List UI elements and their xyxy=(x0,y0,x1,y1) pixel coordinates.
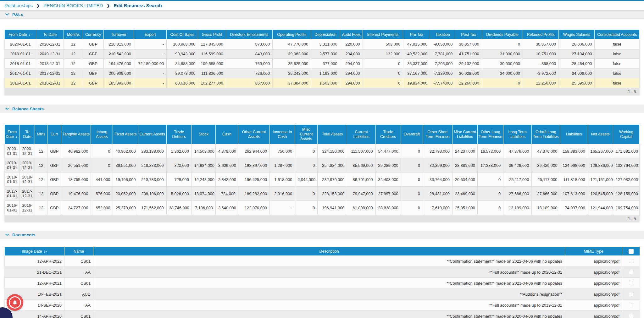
column-header-misc-current-liabilities[interactable]: Misc Current Liabilities xyxy=(452,125,477,144)
column-header-dividends-payable[interactable]: Dividends Payable xyxy=(482,30,523,39)
column-header-turnover[interactable]: Turnover xyxy=(103,30,134,39)
table-row[interactable]: 2017-01-012017-12-3112GBP200,909,000-89,… xyxy=(5,69,640,78)
column-header-current-liabilities[interactable]: Current Liabilities xyxy=(347,125,375,144)
column-header-months[interactable]: Months xyxy=(64,30,83,39)
table-row[interactable]: 12-APR-2022CS01**Confirmation statement*… xyxy=(5,256,640,267)
row-checkbox[interactable] xyxy=(629,314,633,318)
column-header-trade-creditors[interactable]: Trade Creditors xyxy=(375,125,401,144)
column-header-gross-profit[interactable]: Gross Profit xyxy=(198,30,226,39)
table-cell: application/pdf xyxy=(565,256,622,267)
table-cell: 7,619,000 xyxy=(423,201,452,215)
table-cell: 16,572,000 xyxy=(478,144,503,158)
column-header-fixed-assets[interactable]: Fixed Assets xyxy=(113,125,138,144)
table-cell: 24,727,000 xyxy=(61,201,91,215)
breadcrumb-relationships[interactable]: Relationships xyxy=(4,3,33,8)
table-row[interactable]: 2018-01-012018-12-3112GBP18,755,000441,0… xyxy=(5,173,640,187)
table-cell: 27,104,000 xyxy=(559,49,595,59)
column-header-to-date[interactable]: To Date xyxy=(20,125,35,144)
column-header-mths[interactable]: Mths xyxy=(35,125,47,144)
table-row[interactable]: 2016-01-012016-12-3112GBP24,727,000652,0… xyxy=(5,201,640,215)
table-cell: false xyxy=(595,59,640,69)
table-cell: 127,845,000 xyxy=(198,39,226,49)
table-row[interactable]: 14-APR-2020CS01**Confirmation statement*… xyxy=(5,311,640,318)
table-cell: -9,058,000 xyxy=(430,39,455,49)
column-header-currency[interactable]: Currency xyxy=(83,30,103,39)
column-header-working-capital[interactable]: Working Capital xyxy=(613,125,639,144)
column-header-post-tax[interactable]: Post Tax xyxy=(455,30,482,39)
column-header-stock[interactable]: Stock xyxy=(192,125,215,144)
column-header-current-assets[interactable]: Current Assets xyxy=(138,125,166,144)
column-header-export[interactable]: Export xyxy=(134,30,166,39)
table-row[interactable]: 2020-01-012020-12-3112GBP40,962,000040,9… xyxy=(5,144,640,158)
table-row[interactable]: 14-SEP-2020AA**Full accounts** made up t… xyxy=(5,300,640,311)
column-header-total-assets[interactable]: Total Assets xyxy=(318,125,347,144)
column-header-description[interactable]: Description xyxy=(93,247,565,256)
table-cell: 49,532,000 xyxy=(403,49,430,59)
column-header-from-date[interactable]: From Date↓= xyxy=(5,30,36,39)
table-cell: 294,000 xyxy=(340,69,363,78)
column-header-consolidated-accounts[interactable]: Consolidated Accounts xyxy=(595,30,640,39)
table-row[interactable]: 10-FEB-2021AUD**Auditor's resignation**a… xyxy=(5,289,640,300)
table-row[interactable]: 12-APR-2021CS01**Confirmation statement*… xyxy=(5,278,640,289)
column-header-cash[interactable]: Cash xyxy=(215,125,238,144)
row-checkbox[interactable] xyxy=(629,270,633,274)
column-header-taxation[interactable]: Taxation xyxy=(430,30,455,39)
column-header-other-current-assets[interactable]: Other Current Assets xyxy=(238,125,270,144)
column-header-net-assets[interactable]: Net Assets xyxy=(588,125,613,144)
column-header-odraft-long-term-liabilities[interactable]: Odraft Long Term Liabilities xyxy=(532,125,560,144)
column-header-interest-payments[interactable]: Interest Payments xyxy=(363,30,403,39)
column-header-long-term-liabilities[interactable]: Long Term Liabilities xyxy=(503,125,532,144)
column-header-misc-current-assets[interactable]: Misc Current Assets xyxy=(295,125,318,144)
table-row[interactable]: 2018-01-012018-12-3112GBP194,476,00072,1… xyxy=(5,59,640,69)
column-header-tangible-assets[interactable]: Tangible Assets xyxy=(61,125,91,144)
column-header-overdraft[interactable]: Overdraft xyxy=(401,125,423,144)
breadcrumb-company[interactable]: PENGUIN BOOKS LIMITED xyxy=(43,3,103,8)
column-header-name[interactable]: Name xyxy=(64,247,93,256)
row-checkbox[interactable] xyxy=(629,292,633,296)
column-header-directors-emoluments[interactable]: Directors Emoluments xyxy=(226,30,272,39)
column-header-depreciation[interactable]: Depreciation xyxy=(311,30,340,39)
table-cell: 12 xyxy=(35,187,47,201)
column-header-other-long-term-finance[interactable]: Other Long Term Finance xyxy=(478,125,503,144)
balance-sheets-section-header[interactable]: Balance Sheets xyxy=(0,105,644,113)
row-checkbox[interactable] xyxy=(629,303,633,307)
column-header-wages-salaries[interactable]: Wages Salaries xyxy=(559,30,595,39)
pnl-section-header[interactable]: P&Ls xyxy=(0,10,644,19)
table-row[interactable]: 21-DEC-2021AA**Full accounts** made up t… xyxy=(5,267,640,278)
column-header-liabilities[interactable]: Liabilities xyxy=(560,125,588,144)
chevron-down-icon xyxy=(5,13,9,17)
column-header-intang-assets[interactable]: Intang Assets xyxy=(91,125,113,144)
table-cell: 2018-01-01 xyxy=(5,59,36,69)
column-header-increase-in-cash[interactable]: Increase In Cash xyxy=(270,125,295,144)
table-row[interactable]: 2017-01-012017-12-3112GBP19,476,000576,0… xyxy=(5,187,640,201)
column-header-retained-profits[interactable]: Retained Profits xyxy=(523,30,558,39)
column-header-to-date[interactable]: To Date xyxy=(36,30,64,39)
table-cell: GBP xyxy=(47,201,61,215)
column-header-audit-fees[interactable]: Audit Fees xyxy=(340,30,363,39)
table-row[interactable]: 2020-01-012020-12-3112GBP228,813,000-100… xyxy=(5,39,640,49)
pnl-pagination: 1 - 5 xyxy=(4,88,640,96)
column-header-mime-type[interactable]: MIME Type xyxy=(565,247,622,256)
column-header-other-short-term-finance[interactable]: Other Short Term Finance xyxy=(423,125,452,144)
table-cell: 107,613,000 xyxy=(560,187,588,201)
column-header-cost-of-sales[interactable]: Cost Of Sales xyxy=(167,30,198,39)
table-row[interactable]: 2016-01-012016-12-3112GBP185,893,000-83,… xyxy=(5,78,640,88)
column-header-image-date[interactable]: Image Date↓= xyxy=(5,247,64,256)
column-header-curr[interactable]: Curr xyxy=(47,125,61,144)
table-row[interactable]: 2019-01-012019-12-3112GBP210,542,000-93,… xyxy=(5,49,640,59)
row-checkbox[interactable] xyxy=(629,281,633,285)
documents-section-header[interactable]: Documents xyxy=(0,231,644,239)
chevron-right-icon: ❯ xyxy=(36,3,40,8)
row-checkbox[interactable] xyxy=(629,259,633,263)
table-cell: 38,746,000 xyxy=(166,201,192,215)
checkbox-cell xyxy=(622,311,640,318)
select-all-checkbox[interactable] xyxy=(629,249,634,254)
table-cell: 132,764,000 xyxy=(613,158,639,173)
column-header-from-date[interactable]: From Date↓= xyxy=(5,125,20,144)
column-header-trade-debtors[interactable]: Trade Debtors xyxy=(166,125,192,144)
column-header-pre-tax[interactable]: Pre Tax xyxy=(403,30,430,39)
table-cell: 34,000,000 xyxy=(482,69,523,78)
table-row[interactable]: 2019-01-012019-12-3112GBP36,551,000036,5… xyxy=(5,158,640,173)
notification-bell-button[interactable] xyxy=(7,294,23,311)
column-header-operating-profits[interactable]: Operating Profits xyxy=(273,30,311,39)
